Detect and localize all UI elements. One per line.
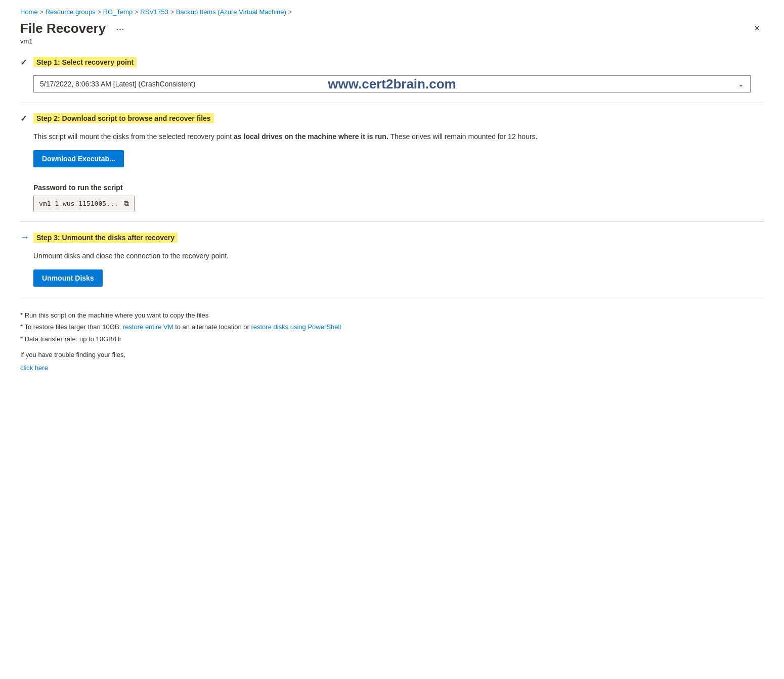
step3-arrow-icon: → bbox=[20, 232, 29, 243]
footer-note-2: * To restore files larger than 10GB, res… bbox=[20, 321, 764, 333]
click-here-link[interactable]: click here bbox=[20, 362, 764, 374]
recovery-point-value: 5/17/2022, 8:06:33 AM [Latest] (CrashCon… bbox=[40, 80, 195, 88]
breadcrumb-rg-temp[interactable]: RG_Temp bbox=[103, 8, 133, 16]
divider-3 bbox=[20, 297, 764, 297]
step2-desc-bold: as local drives on the machine where it … bbox=[234, 132, 388, 141]
step3-content: Unmount disks and close the connection t… bbox=[20, 251, 764, 287]
unmount-disks-button[interactable]: Unmount Disks bbox=[33, 269, 103, 287]
breadcrumb-sep-4: > bbox=[170, 9, 174, 16]
password-field: vm1_1_wus_1151005... ⧉ bbox=[33, 196, 135, 211]
step2-check-icon: ✓ bbox=[20, 114, 29, 123]
close-button[interactable]: × bbox=[750, 21, 764, 36]
step1-check-icon: ✓ bbox=[20, 58, 29, 67]
divider-1 bbox=[20, 103, 764, 103]
footer-note2-middle: to an alternate location or bbox=[173, 323, 251, 331]
breadcrumb-sep-2: > bbox=[98, 9, 101, 16]
step1-label: Step 1: Select recovery point bbox=[33, 57, 137, 67]
password-label: Password to run the script bbox=[33, 184, 764, 192]
footer-note-1: * Run this script on the machine where y… bbox=[20, 309, 764, 321]
step1-header: ✓ Step 1: Select recovery point bbox=[20, 57, 764, 67]
download-executable-button[interactable]: Download Executab... bbox=[33, 150, 124, 167]
step2-label: Step 2: Download script to browse and re… bbox=[33, 113, 214, 123]
step2-desc-suffix: These drives will remain mounted for 12 … bbox=[388, 132, 538, 141]
recovery-point-dropdown[interactable]: 5/17/2022, 8:06:33 AM [Latest] (CrashCon… bbox=[33, 75, 751, 93]
step1-content: 5/17/2022, 8:06:33 AM [Latest] (CrashCon… bbox=[20, 75, 764, 93]
breadcrumb-rsv1753[interactable]: RSV1753 bbox=[140, 8, 168, 16]
breadcrumb: Home > Resource groups > RG_Temp > RSV17… bbox=[20, 8, 764, 16]
breadcrumb-home[interactable]: Home bbox=[20, 8, 38, 16]
breadcrumb-resource-groups[interactable]: Resource groups bbox=[46, 8, 96, 16]
ellipsis-button[interactable]: ··· bbox=[112, 22, 128, 35]
step2-description: This script will mount the disks from th… bbox=[33, 131, 764, 142]
password-value: vm1_1_wus_1151005... bbox=[39, 200, 118, 207]
divider-2 bbox=[20, 221, 764, 222]
step2-content: This script will mount the disks from th… bbox=[20, 131, 764, 211]
breadcrumb-sep-3: > bbox=[135, 9, 138, 16]
step3-description: Unmount disks and close the connection t… bbox=[33, 251, 764, 261]
step1-section: ✓ Step 1: Select recovery point 5/17/202… bbox=[20, 57, 764, 93]
step3-label: Step 3: Unmount the disks after recovery bbox=[33, 233, 178, 243]
breadcrumb-sep-1: > bbox=[40, 9, 43, 16]
page-title: File Recovery bbox=[20, 21, 106, 36]
restore-disks-powershell-link[interactable]: restore disks using PowerShell bbox=[251, 323, 341, 331]
breadcrumb-sep-5: > bbox=[288, 9, 292, 16]
step2-desc-prefix: This script will mount the disks from th… bbox=[33, 132, 234, 141]
breadcrumb-backup-items[interactable]: Backup Items (Azure Virtual Machine) bbox=[176, 8, 286, 16]
restore-entire-vm-link[interactable]: restore entire VM bbox=[123, 323, 173, 331]
trouble-text-line: If you have trouble finding your files, … bbox=[20, 349, 764, 374]
footer-note-3: * Data transfer rate: up to 10GB/Hr bbox=[20, 333, 764, 345]
step3-header: → Step 3: Unmount the disks after recove… bbox=[20, 232, 764, 243]
footer-notes: * Run this script on the machine where y… bbox=[20, 309, 764, 374]
password-field-row: vm1_1_wus_1151005... ⧉ bbox=[33, 196, 764, 211]
footer-note2-prefix: * To restore files larger than 10GB, bbox=[20, 323, 123, 331]
header-left: File Recovery ··· bbox=[20, 21, 128, 36]
header-row: File Recovery ··· × bbox=[20, 21, 764, 36]
copy-icon[interactable]: ⧉ bbox=[124, 199, 129, 208]
step3-section: → Step 3: Unmount the disks after recove… bbox=[20, 232, 764, 287]
page-container: Home > Resource groups > RG_Temp > RSV17… bbox=[0, 0, 784, 394]
watermark: www.cert2brain.com bbox=[328, 76, 456, 92]
subtitle: vm1 bbox=[20, 37, 764, 45]
trouble-text: If you have trouble finding your files, bbox=[20, 351, 125, 358]
step2-header: ✓ Step 2: Download script to browse and … bbox=[20, 113, 764, 123]
step2-section: ✓ Step 2: Download script to browse and … bbox=[20, 113, 764, 211]
chevron-down-icon: ⌄ bbox=[738, 80, 744, 88]
